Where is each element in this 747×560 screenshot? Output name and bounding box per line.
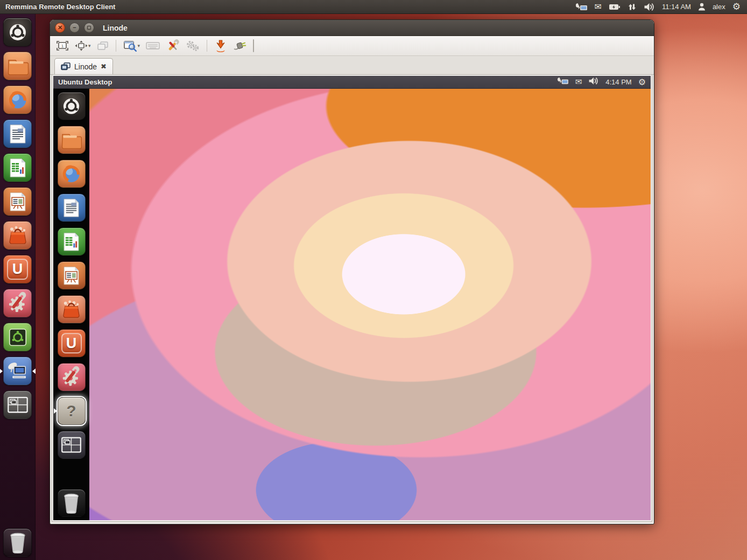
launcher-item-workspaces[interactable] xyxy=(3,391,32,419)
launcher-item-firefox[interactable] xyxy=(58,160,86,188)
remote-top-panel[interactable]: Ubuntu Desktop ✉ 4:14 PM ⚙ xyxy=(53,76,651,89)
home-folder-icon xyxy=(3,52,32,80)
ubuntu-one-letter: U xyxy=(12,261,23,278)
launcher-item-software-center[interactable] xyxy=(3,221,32,250)
firefox-icon xyxy=(58,160,86,188)
tab-close-icon[interactable]: ✖ xyxy=(101,62,107,70)
host-panel-app-title: Remmina Remote Desktop Client xyxy=(0,3,115,11)
launcher-item-ubuntu-one[interactable]: U xyxy=(58,329,86,357)
window-minimize-button[interactable]: − xyxy=(69,23,80,33)
window-title: Linode xyxy=(103,24,128,32)
maximize-icon xyxy=(87,26,91,30)
launcher-item-software-updater[interactable] xyxy=(3,323,32,351)
window-titlebar[interactable]: ✕ − Linode xyxy=(50,20,654,36)
launcher-item-impress[interactable] xyxy=(58,261,86,289)
software-updater-icon xyxy=(3,323,32,351)
window-maximize-button[interactable] xyxy=(84,23,94,33)
libreoffice-calc-icon xyxy=(3,153,32,182)
tab-label: Linode xyxy=(74,62,97,71)
session-gear-icon[interactable]: ⚙ xyxy=(732,2,741,11)
launcher-item-system-settings[interactable] xyxy=(58,363,86,391)
ubuntu-one-inner: U xyxy=(7,259,28,280)
launcher-item-writer[interactable] xyxy=(58,194,86,222)
dash-home-icon xyxy=(3,18,32,46)
libreoffice-calc-icon xyxy=(58,228,86,256)
mail-icon[interactable]: ✉ xyxy=(575,78,582,86)
tab-bar: Linode ✖ xyxy=(50,56,654,75)
launcher-item-trash[interactable] xyxy=(58,489,86,517)
host-launcher: U xyxy=(0,14,36,560)
launcher-item-calc[interactable] xyxy=(3,153,32,182)
launcher-item-software-center[interactable] xyxy=(58,295,86,323)
launcher-item-files[interactable] xyxy=(3,52,32,80)
focused-indicator-arrow xyxy=(32,368,36,374)
tab-linode[interactable]: Linode ✖ xyxy=(54,58,113,74)
system-settings-icon xyxy=(3,289,32,317)
libreoffice-impress-icon xyxy=(3,187,32,216)
host-top-panel: Remmina Remote Desktop Client ✉ 11:14 AM… xyxy=(0,0,747,14)
running-indicator-arrow xyxy=(0,368,3,374)
launcher-item-remmina[interactable] xyxy=(3,357,32,385)
host-tray: ✉ 11:14 AM alex ⚙ xyxy=(576,2,747,11)
dash-home-icon xyxy=(58,92,86,120)
user-icon[interactable] xyxy=(698,3,706,11)
question-mark-glyph: ? xyxy=(66,402,76,420)
toggle-fullscreen-button[interactable]: 1 xyxy=(54,38,71,53)
launcher-item-impress[interactable] xyxy=(3,187,32,216)
battery-icon[interactable] xyxy=(609,3,621,11)
network-icon[interactable] xyxy=(558,77,569,87)
libreoffice-writer-icon xyxy=(58,194,86,222)
remote-panel-title: Ubuntu Desktop xyxy=(53,78,112,86)
session-gear-icon[interactable]: ⚙ xyxy=(638,78,646,87)
toolbar-separator xyxy=(116,40,116,52)
tab-window-icon xyxy=(61,62,71,70)
launcher-item-system-settings[interactable] xyxy=(3,289,32,317)
launcher-item-dash[interactable] xyxy=(3,18,32,46)
scaled-mode-button[interactable]: ▾ xyxy=(121,38,143,53)
remmina-window: ✕ − Linode 1 ▾ ▾ xyxy=(50,19,654,524)
launcher-item-workspaces[interactable] xyxy=(58,431,86,459)
network-icon[interactable] xyxy=(576,3,588,11)
connection-toolbar: 1 ▾ ▾ xyxy=(50,36,654,56)
remote-tray: ✉ 4:14 PM ⚙ xyxy=(558,77,651,87)
trash-icon xyxy=(3,528,32,557)
mail-icon[interactable]: ✉ xyxy=(595,3,602,11)
running-indicator-arrow xyxy=(54,408,57,414)
launcher-item-ubuntu-one[interactable]: U xyxy=(3,255,32,283)
launcher-item-trash[interactable] xyxy=(3,528,32,557)
disconnect-button[interactable] xyxy=(231,38,249,53)
home-folder-icon xyxy=(58,126,86,154)
ubuntu-one-icon: U xyxy=(58,329,86,357)
toolbar-separator xyxy=(207,40,207,52)
minimize-window-button[interactable] xyxy=(212,38,229,53)
launcher-item-calc[interactable] xyxy=(58,228,86,256)
launcher-item-firefox[interactable] xyxy=(3,86,32,114)
launcher-item-files[interactable] xyxy=(58,126,86,154)
workspace-switcher-icon xyxy=(58,431,86,459)
remote-launcher: U ? xyxy=(53,89,89,520)
ubuntu-software-center-icon xyxy=(58,295,86,323)
ubuntu-software-center-icon xyxy=(3,221,32,250)
launcher-item-dash[interactable] xyxy=(58,92,86,120)
launcher-item-unknown-app[interactable]: ? xyxy=(58,397,86,425)
username-label[interactable]: alex xyxy=(713,3,725,11)
volume-icon[interactable] xyxy=(644,3,655,11)
sync-arrows-icon[interactable] xyxy=(628,3,637,11)
preferences-button xyxy=(184,38,202,53)
ubuntu-one-letter: U xyxy=(66,335,77,352)
launcher-item-writer[interactable] xyxy=(3,119,32,148)
tools-button[interactable] xyxy=(164,38,182,53)
resize-to-fit-button[interactable]: ▾ xyxy=(73,38,93,53)
window-close-button[interactable]: ✕ xyxy=(55,23,65,33)
ubuntu-one-icon: U xyxy=(3,255,32,283)
remote-desktop-view[interactable]: Ubuntu Desktop ✉ 4:14 PM ⚙ xyxy=(52,75,652,521)
svg-text:1: 1 xyxy=(61,44,64,48)
volume-icon[interactable] xyxy=(588,77,599,87)
libreoffice-impress-icon xyxy=(58,261,86,289)
toolbar-handle xyxy=(253,39,254,52)
host-clock[interactable]: 11:14 AM xyxy=(662,3,691,11)
remote-clock[interactable]: 4:14 PM xyxy=(605,78,631,86)
trash-icon xyxy=(58,489,86,517)
remote-wallpaper[interactable] xyxy=(89,89,651,520)
system-settings-icon xyxy=(58,363,86,391)
